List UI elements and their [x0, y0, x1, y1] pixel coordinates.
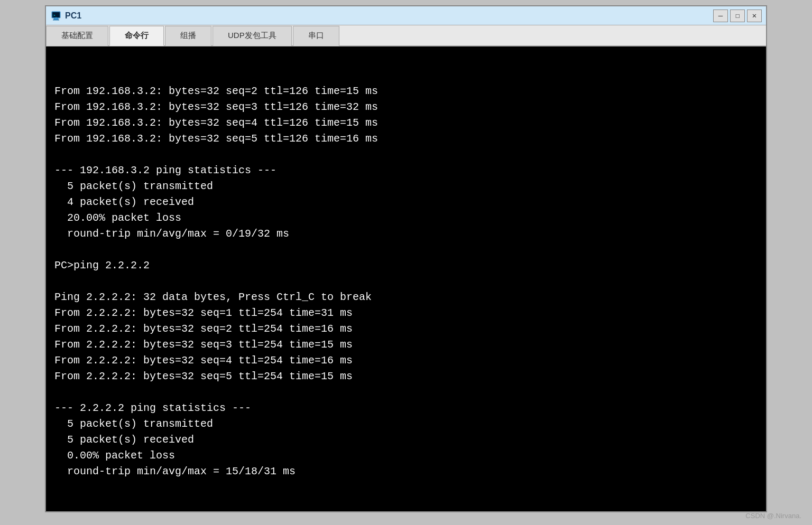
terminal-line: round-trip min/avg/max = 0/19/32 ms [54, 226, 747, 242]
svg-rect-1 [54, 18, 58, 20]
maximize-button[interactable]: ☐ [730, 10, 745, 22]
terminal-line: From 192.168.3.2: bytes=32 seq=3 ttl=126… [54, 99, 747, 115]
terminal-line: 5 packet(s) transmitted [54, 179, 747, 194]
tab-command-line[interactable]: 命令行 [109, 26, 164, 46]
minimize-button[interactable]: — [713, 10, 728, 22]
watermark: CSDN @.Nirvana. [745, 512, 801, 520]
terminal-line: 5 packet(s) received [54, 432, 747, 448]
svg-rect-2 [53, 20, 59, 21]
tab-bar: 基础配置 命令行 组播 UDP发包工具 串口 [46, 25, 766, 46]
terminal-line: 4 packet(s) received [54, 194, 747, 210]
terminal-line [54, 147, 747, 163]
terminal-line: From 2.2.2.2: bytes=32 seq=2 ttl=254 tim… [54, 321, 747, 337]
terminal-line: round-trip min/avg/max = 15/18/31 ms [54, 464, 747, 480]
tab-udp-tool[interactable]: UDP发包工具 [213, 26, 292, 46]
tab-basic-config[interactable]: 基础配置 [46, 26, 108, 46]
terminal-line: --- 2.2.2.2 ping statistics --- [54, 400, 747, 416]
window-icon: >_ [50, 10, 62, 22]
terminal-line: From 2.2.2.2: bytes=32 seq=5 ttl=254 tim… [54, 369, 747, 385]
terminal-line [54, 242, 747, 258]
terminal-line: 0.00% packet loss [54, 448, 747, 464]
terminal-area[interactable]: From 192.168.3.2: bytes=32 seq=2 ttl=126… [46, 46, 766, 511]
terminal-line: --- 192.168.3.2 ping statistics --- [54, 163, 747, 179]
terminal-line: PC>ping 2.2.2.2 [54, 258, 747, 274]
terminal-line: From 2.2.2.2: bytes=32 seq=3 ttl=254 tim… [54, 337, 747, 353]
main-window: >_ PC1 — ☐ ✕ 基础配置 命令行 组播 UDP发包工具 串口 From… [45, 5, 767, 512]
title-bar-left: >_ PC1 [50, 10, 81, 22]
svg-text:>_: >_ [53, 13, 58, 17]
terminal-line: From 192.168.3.2: bytes=32 seq=2 ttl=126… [54, 83, 747, 99]
terminal-line: From 192.168.3.2: bytes=32 seq=4 ttl=126… [54, 115, 747, 131]
terminal-line: 20.00% packet loss [54, 210, 747, 226]
terminal-line: From 192.168.3.2: bytes=32 seq=5 ttl=126… [54, 131, 747, 147]
terminal-content: From 192.168.3.2: bytes=32 seq=2 ttl=126… [54, 83, 758, 480]
terminal-line: Ping 2.2.2.2: 32 data bytes, Press Ctrl_… [54, 289, 747, 305]
terminal-line: From 2.2.2.2: bytes=32 seq=1 ttl=254 tim… [54, 305, 747, 321]
terminal-line [54, 274, 747, 289]
tab-multicast[interactable]: 组播 [165, 26, 211, 46]
terminal-line: From 2.2.2.2: bytes=32 seq=4 ttl=254 tim… [54, 353, 747, 369]
tab-serial[interactable]: 串口 [293, 26, 339, 46]
window-title: PC1 [65, 11, 81, 21]
title-controls: — ☐ ✕ [713, 10, 762, 22]
terminal-line [54, 385, 747, 400]
title-bar: >_ PC1 — ☐ ✕ [46, 6, 766, 25]
close-button[interactable]: ✕ [747, 10, 762, 22]
terminal-line: 5 packet(s) transmitted [54, 416, 747, 432]
